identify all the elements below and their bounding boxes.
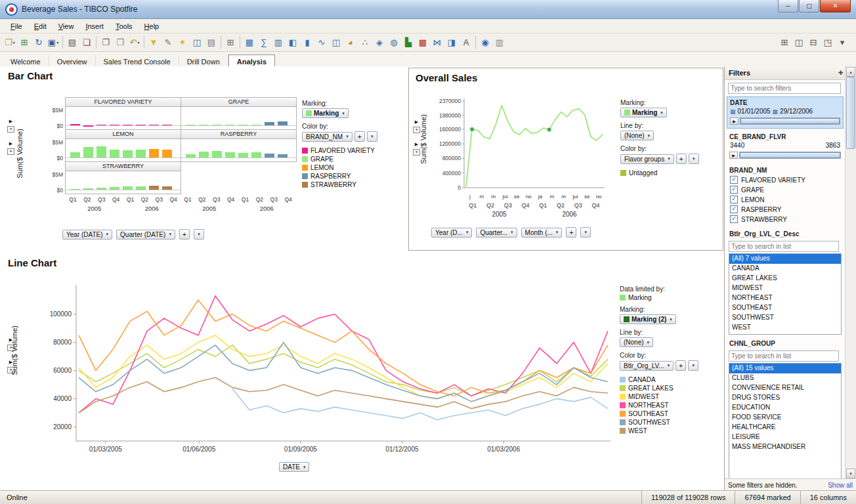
new-pie-chart-button[interactable]: ◕ bbox=[343, 35, 358, 50]
bar[interactable] bbox=[278, 121, 288, 125]
menu-insert[interactable]: Insert bbox=[80, 21, 109, 32]
trellis-panel-plot[interactable] bbox=[66, 171, 181, 194]
slider-arrow-icon[interactable]: ▶ bbox=[730, 117, 738, 125]
new-page-button[interactable]: ⊞ bbox=[223, 35, 238, 50]
details-on-demand-button[interactable]: ◫ bbox=[190, 35, 204, 50]
bar-chart-y-axis-label[interactable]: Sum($ Volume) bbox=[16, 129, 24, 178]
export-to-pdf-button[interactable]: ❑ bbox=[79, 35, 94, 50]
list-item-drug-stores[interactable]: DRUG STORES bbox=[729, 393, 841, 403]
slider-thumb[interactable] bbox=[740, 152, 840, 158]
date-range-filter[interactable]: DATE ▦ 01/01/2005 ▦ 29/12/2006 ▶ bbox=[727, 96, 844, 129]
edit-filters-button[interactable]: ✎ bbox=[161, 35, 175, 50]
line-chart-y-axis-label[interactable]: Sum($ Volume) bbox=[11, 326, 18, 375]
marking-dropdown[interactable]: Marking▾ bbox=[620, 108, 667, 117]
marked-data-point[interactable] bbox=[470, 127, 474, 131]
bar[interactable] bbox=[212, 151, 222, 158]
new-parallel-coordinate-plot-button[interactable]: ⋈ bbox=[430, 35, 444, 50]
bar[interactable] bbox=[238, 153, 248, 158]
menu-file[interactable]: File bbox=[5, 21, 28, 32]
trellis-panel-plot[interactable] bbox=[66, 139, 181, 161]
filter-checkbox-grape[interactable]: ✓GRAPE bbox=[730, 186, 840, 194]
new-table-button[interactable]: ▦ bbox=[242, 35, 257, 50]
list-item-leisure[interactable]: LEISURE bbox=[729, 432, 841, 442]
btlr-listbox[interactable]: (All) 7 valuesCANADAGREAT LAKESMIDWESTNO… bbox=[729, 253, 842, 335]
legend-item-flavored-variety[interactable]: FLAVORED VARIETY bbox=[302, 147, 404, 154]
bar[interactable] bbox=[110, 150, 119, 158]
add-axis-level-button[interactable]: + bbox=[566, 227, 576, 238]
add-color-rule-button[interactable]: + bbox=[676, 154, 687, 164]
bar[interactable] bbox=[212, 125, 222, 126]
maximize-button[interactable]: ▢ bbox=[799, 0, 819, 12]
scroll-up-icon[interactable]: ▲ bbox=[846, 67, 855, 77]
new-heat-map-button[interactable]: ▩ bbox=[416, 35, 430, 50]
bar[interactable] bbox=[199, 152, 209, 158]
color-by-dropdown[interactable]: BRAND_NM▾ bbox=[302, 132, 353, 142]
minimize-button[interactable]: ─ bbox=[778, 0, 798, 12]
list-item-convenience-retail[interactable]: CONVENIENCE RETAIL bbox=[729, 383, 841, 393]
collaboration-button[interactable]: ▤ bbox=[204, 35, 219, 50]
range-slider[interactable]: ▶ bbox=[729, 152, 841, 159]
list-item-food-service[interactable]: FOOD SERVICE bbox=[729, 413, 841, 423]
add-axis-level-button[interactable]: + bbox=[179, 229, 190, 240]
bar[interactable] bbox=[83, 188, 93, 190]
list-item-all-15-values[interactable]: (All) 15 values bbox=[729, 364, 841, 373]
list-item-west[interactable]: WEST bbox=[729, 323, 841, 333]
color-by-dropdown[interactable]: Btlr_Org_LV...▾ bbox=[620, 361, 674, 371]
new-treemap-button[interactable]: ▙ bbox=[401, 35, 416, 50]
tile-vertically-button[interactable]: ◫ bbox=[792, 35, 806, 50]
bar[interactable] bbox=[265, 154, 274, 158]
chnl-listbox[interactable]: (All) 15 valuesCLUBSCONVENIENCE RETAILDR… bbox=[729, 363, 842, 479]
bar[interactable] bbox=[251, 152, 261, 158]
filter-checkbox-strawberry[interactable]: ✓STRAWBERRY bbox=[730, 215, 840, 223]
new-text-area-button[interactable]: A bbox=[459, 35, 473, 50]
list-item-northeast[interactable]: NORTHEAST bbox=[729, 293, 841, 303]
filter-checkbox-lemon[interactable]: ✓LEMON bbox=[730, 196, 840, 203]
list-search-input[interactable] bbox=[729, 350, 839, 362]
new-bar-chart-button[interactable]: ▮ bbox=[300, 35, 314, 50]
legend-item-untagged[interactable]: Untagged bbox=[620, 169, 719, 177]
bar[interactable] bbox=[149, 125, 159, 126]
print-button[interactable]: ▤ bbox=[65, 35, 79, 50]
y-axis-expander[interactable]: ▶+ bbox=[7, 119, 14, 133]
bar[interactable] bbox=[123, 125, 133, 126]
bar[interactable] bbox=[70, 124, 80, 125]
bar[interactable] bbox=[162, 125, 172, 126]
bar[interactable] bbox=[162, 186, 172, 190]
x-axis-year-selector[interactable]: Year (DATE)▾ bbox=[62, 230, 112, 240]
bar[interactable] bbox=[199, 125, 209, 126]
list-item-healthcare[interactable]: HEALTHCARE bbox=[729, 423, 841, 432]
toolbar-overflow-button[interactable]: ▾ bbox=[835, 35, 849, 50]
bar[interactable] bbox=[96, 146, 106, 158]
bar[interactable] bbox=[186, 125, 196, 126]
list-item-canada[interactable]: CANADA bbox=[729, 264, 841, 274]
x-axis-year-selector[interactable]: Year (D...▾ bbox=[431, 228, 472, 238]
bar[interactable] bbox=[225, 152, 235, 158]
bar[interactable] bbox=[123, 150, 133, 158]
new-cross-table-button[interactable]: ▥ bbox=[271, 35, 286, 50]
list-item-great-lakes[interactable]: GREAT LAKES bbox=[729, 274, 841, 284]
bar[interactable] bbox=[238, 125, 248, 126]
color-settings-button[interactable]: ▾ bbox=[367, 131, 377, 142]
pin-icon[interactable]: ✚ bbox=[838, 70, 844, 76]
slider-track[interactable] bbox=[740, 117, 840, 125]
list-item-mass-merchandiser[interactable]: MASS MERCHANDISER bbox=[729, 442, 841, 452]
new-scatter-plot-button[interactable]: ∴ bbox=[358, 35, 372, 50]
filter-checkbox-flavored-variety[interactable]: ✓FLAVORED VARIETY bbox=[730, 176, 840, 184]
color-settings-button[interactable]: ▾ bbox=[689, 154, 699, 164]
legend-item-raspberry[interactable]: RASPBERRY bbox=[302, 173, 404, 180]
legend-item-southwest[interactable]: SOUTHWEST bbox=[620, 419, 719, 426]
line-by-dropdown[interactable]: (None)▾ bbox=[620, 337, 653, 347]
series-line-southeast[interactable] bbox=[79, 300, 608, 396]
new-line-chart-button[interactable]: ∿ bbox=[314, 35, 329, 50]
bar[interactable] bbox=[186, 154, 196, 158]
bar[interactable] bbox=[265, 122, 274, 125]
bar[interactable] bbox=[83, 147, 93, 158]
list-item-southwest[interactable]: SOUTHWEST bbox=[729, 313, 841, 323]
axis-settings-button[interactable]: ▾ bbox=[194, 229, 204, 240]
add-data-table-button[interactable]: ⊞ bbox=[17, 35, 32, 50]
axis-settings-button[interactable]: ▾ bbox=[580, 227, 591, 238]
calendar-icon[interactable]: ▦ bbox=[773, 108, 779, 115]
bar[interactable] bbox=[83, 125, 93, 127]
save-button[interactable]: ▣▾ bbox=[46, 35, 60, 50]
bar[interactable] bbox=[278, 154, 288, 158]
